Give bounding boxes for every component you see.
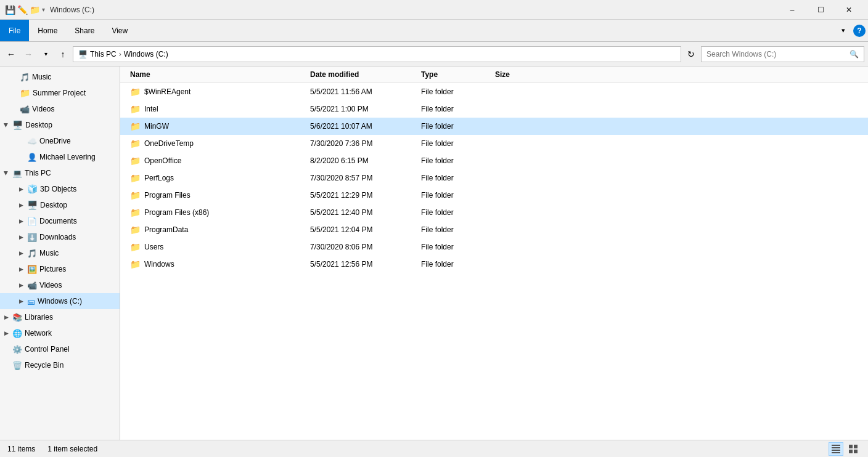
edit-icon: ✏️ [17, 5, 27, 15]
col-header-size[interactable]: Size [495, 70, 544, 79]
file-type-0: File folder [421, 87, 495, 96]
table-row[interactable]: 📁 Program Files (x86) 5/5/2021 12:40 PM … [120, 204, 868, 221]
tab-home[interactable]: Home [29, 20, 66, 41]
file-type-10: File folder [421, 260, 495, 269]
table-row[interactable]: 📁 ProgramData 5/5/2021 12:04 PM File fol… [120, 221, 868, 238]
search-box: 🔍 [701, 46, 864, 62]
sidebar-item-music[interactable]: 🎵 Music [0, 69, 120, 85]
expand-onedrive [17, 137, 25, 145]
table-row[interactable]: 📁 OneDriveTemp 7/30/2020 7:36 PM File fo… [120, 135, 868, 152]
sidebar-item-controlpanel[interactable]: ⚙️ Control Panel [0, 341, 120, 357]
file-date-5: 7/30/2020 8:57 PM [310, 174, 421, 182]
table-row[interactable]: 📁 Program Files 5/5/2021 12:29 PM File f… [120, 187, 868, 204]
sidebar-item-pictures[interactable]: ▶ 🖼️ Pictures [0, 261, 120, 277]
dropdown-history-btn[interactable]: ▾ [38, 47, 53, 62]
sidebar-label-pictures: Pictures [39, 265, 66, 273]
file-date-8: 5/5/2021 12:04 PM [310, 225, 421, 234]
sidebar-item-documents[interactable]: ▶ 📄 Documents [0, 213, 120, 229]
file-type-7: File folder [421, 208, 495, 217]
sidebar-item-downloads[interactable]: ▶ ⬇️ Downloads [0, 229, 120, 245]
col-header-date[interactable]: Date modified [310, 70, 421, 79]
minimize-button[interactable]: – [778, 0, 806, 20]
drive-icon: 🖴 [27, 297, 35, 306]
expand-libraries: ▶ [2, 313, 10, 321]
docs-icon: 📄 [27, 217, 37, 226]
file-type-6: File folder [421, 191, 495, 200]
network-icon: 🌐 [12, 329, 22, 338]
file-name-0: $WinREAgent [144, 87, 190, 96]
table-row[interactable]: 📁 PerfLogs 7/30/2020 8:57 PM File folder [120, 169, 868, 187]
sidebar-label-summer-project: Summer Project [33, 89, 86, 97]
window-title: Windows (C:) [50, 6, 778, 14]
sidebar-item-network[interactable]: ▶ 🌐 Network [0, 325, 120, 341]
status-bar: 11 items 1 item selected [0, 440, 868, 457]
sidebar-item-michael[interactable]: 👤 Michael Levering [0, 149, 120, 165]
control-icon: ⚙️ [12, 345, 22, 354]
expand-michael [17, 153, 25, 161]
file-name-2: MinGW [144, 122, 169, 131]
table-row[interactable]: 📁 Users 7/30/2020 8:06 PM File folder [120, 238, 868, 256]
user-icon: 👤 [27, 153, 37, 162]
title-bar: 💾 ✏️ 📁 ▾ Windows (C:) – ☐ ✕ [0, 0, 868, 20]
sidebar-item-videos2[interactable]: ▶ 📹 Videos [0, 277, 120, 293]
expand-controlpanel [2, 346, 10, 353]
folder-icon-9: 📁 [130, 242, 141, 252]
tab-file[interactable]: File [0, 20, 29, 41]
details-view-btn[interactable] [829, 442, 843, 456]
sidebar-item-desktop2[interactable]: ▶ 🖥️ Desktop [0, 197, 120, 213]
file-date-9: 7/30/2020 8:06 PM [310, 243, 421, 251]
ribbon-expand-btn[interactable]: ▾ [836, 23, 851, 38]
sidebar-item-summer-project[interactable]: 📁 Summer Project [0, 85, 120, 101]
tab-share[interactable]: Share [66, 20, 103, 41]
file-date-2: 5/6/2021 10:07 AM [310, 122, 421, 131]
address-path[interactable]: 🖥️ This PC › Windows (C:) [73, 46, 681, 62]
help-btn[interactable]: ? [853, 25, 866, 37]
sidebar-item-videos-top[interactable]: 📹 Videos [0, 101, 120, 117]
videos2-icon: 📹 [27, 281, 37, 290]
svg-rect-3 [832, 452, 840, 453]
sidebar-item-3dobjects[interactable]: ▶ 🧊 3D Objects [0, 181, 120, 197]
sidebar-item-windowsc[interactable]: ▶ 🖴 Windows (C:) [0, 293, 120, 309]
table-row[interactable]: 📁 Intel 5/5/2021 1:00 PM File folder [120, 100, 868, 118]
up-button[interactable]: ↑ [55, 47, 70, 62]
sidebar-label-thispc: This PC [25, 169, 51, 177]
refresh-button[interactable]: ↻ [684, 47, 698, 62]
table-row[interactable]: 📁 OpenOffice 8/2/2020 6:15 PM File folde… [120, 152, 868, 169]
ribbon: File Home Share View ▾ ? [0, 20, 868, 42]
sidebar-label-libraries: Libraries [25, 313, 53, 322]
back-button[interactable]: ← [4, 47, 18, 62]
col-header-name[interactable]: Name [125, 70, 310, 79]
sidebar-item-libraries[interactable]: ▶ 📚 Libraries [0, 309, 120, 325]
path-windowsc[interactable]: Windows (C:) [124, 50, 168, 59]
file-type-1: File folder [421, 105, 495, 113]
sidebar-label-controlpanel: Control Panel [25, 345, 70, 354]
close-button[interactable]: ✕ [835, 0, 863, 20]
maximize-button[interactable]: ☐ [806, 0, 835, 20]
col-header-type[interactable]: Type [421, 70, 495, 79]
folder-icon-8: 📁 [130, 225, 141, 235]
folder-icon-0: 📁 [130, 87, 141, 97]
path-thispc[interactable]: This PC [90, 50, 117, 59]
sidebar-label-3dobjects: 3D Objects [40, 185, 76, 193]
thispc-icon: 💻 [12, 169, 22, 178]
sidebar-item-recycle[interactable]: 🗑️ Recycle Bin [0, 357, 120, 373]
forward-button[interactable]: → [21, 47, 36, 62]
sidebar-item-thispc[interactable]: ▶ 💻 This PC [0, 165, 120, 181]
table-row[interactable]: 📁 MinGW 5/6/2021 10:07 AM File folder [120, 118, 868, 135]
item-count: 11 items [7, 445, 35, 453]
search-input[interactable] [706, 50, 847, 59]
sidebar-label-videos-top: Videos [32, 105, 54, 113]
sidebar-label-network: Network [25, 329, 52, 338]
dropdown-arrow[interactable]: ▾ [42, 6, 45, 13]
expand-3dobjects: ▶ [17, 185, 25, 193]
sidebar-item-desktop[interactable]: ▶ 🖥️ Desktop [0, 117, 120, 133]
expand-pictures: ▶ [17, 265, 25, 273]
save-icon: 💾 [5, 5, 15, 15]
svg-rect-4 [849, 445, 853, 448]
sidebar-item-onedrive[interactable]: ☁️ OneDrive [0, 133, 120, 149]
table-row[interactable]: 📁 Windows 5/5/2021 12:56 PM File folder [120, 256, 868, 273]
large-icons-view-btn[interactable] [846, 442, 861, 456]
sidebar-item-music2[interactable]: ▶ 🎵 Music [0, 245, 120, 261]
tab-view[interactable]: View [103, 20, 136, 41]
table-row[interactable]: 📁 $WinREAgent 5/5/2021 11:56 AM File fol… [120, 83, 868, 100]
